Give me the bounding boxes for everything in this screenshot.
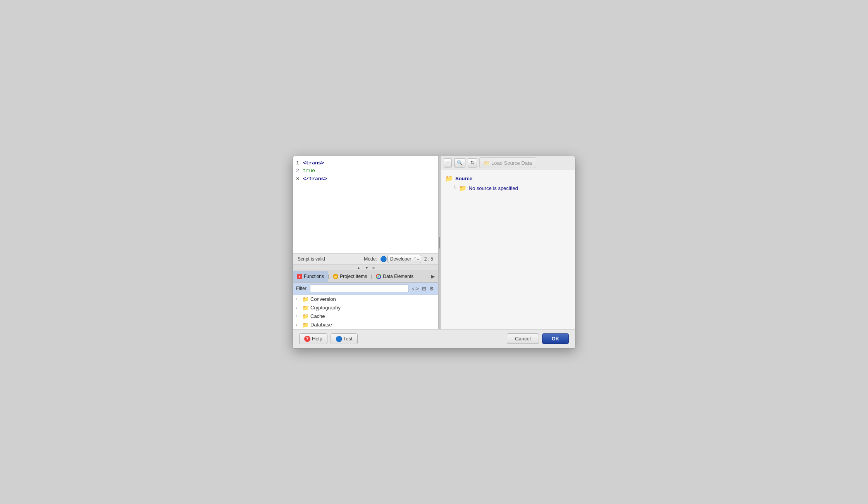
sort-toolbar-button[interactable]: ⇅: [468, 158, 477, 167]
dialog-main: 1 2 3 <trans> true </trans> Script is va…: [293, 156, 575, 329]
source-root-item[interactable]: 📁 Source: [445, 175, 570, 182]
collapse-down-button[interactable]: ▼: [364, 266, 369, 270]
tabs-row: f Functions | 📁 Project Items | 🔄 Data E…: [293, 271, 438, 283]
code-editor[interactable]: 1 2 3 <trans> true </trans>: [293, 156, 438, 253]
line-num-3: 3: [296, 175, 299, 183]
mode-select[interactable]: Developer: [388, 255, 421, 263]
right-panel: − 🔍 ⇅ 📁 Load Source Data 📁 Source └ 📁 No…: [441, 156, 575, 329]
cancel-button[interactable]: Cancel: [507, 333, 539, 344]
code-line-2: true: [303, 167, 438, 175]
filter-label: Filter:: [296, 286, 308, 291]
bottom-section: ▲ ▼ f Functions | 📁 Project Items |: [293, 265, 438, 329]
tab-data-elements-label: Data Elements: [383, 274, 413, 279]
line-numbers: 1 2 3: [296, 159, 303, 250]
list-item[interactable]: › 📁 Database: [293, 321, 438, 329]
data-elements-tab-icon: 🔄: [376, 274, 381, 279]
line-num-2: 2: [296, 167, 299, 175]
left-panel: 1 2 3 <trans> true </trans> Script is va…: [293, 156, 438, 329]
tab-data-elements[interactable]: 🔄 Data Elements: [372, 271, 417, 282]
test-button[interactable]: 🔵 Test: [331, 333, 358, 344]
functions-tab-icon: f: [297, 274, 302, 279]
tree-list[interactable]: › 📁 Conversion › 📁 Cryptography › 📁 Cach…: [293, 295, 438, 329]
divider-row: ▲ ▼: [293, 265, 438, 271]
footer-left: ? Help 🔵 Test: [299, 333, 358, 344]
footer-right: Cancel OK: [507, 333, 569, 344]
tab-functions-label: Functions: [304, 274, 324, 279]
list-item[interactable]: › 📁 Conversion: [293, 295, 438, 304]
load-source-label: Load Source Data: [491, 160, 532, 166]
code-line-3: </trans>: [303, 175, 438, 183]
code-content[interactable]: <trans> true </trans>: [303, 159, 438, 250]
tree-chevron-database: ›: [296, 323, 301, 327]
tab-functions[interactable]: f Functions: [293, 271, 328, 282]
no-source-label: No source is specified: [469, 185, 518, 191]
source-sub-folder-icon: 📁: [459, 185, 467, 192]
filter-row: Filter: <·> ⊞ ⚙: [293, 283, 438, 295]
tree-chevron-cache: ›: [296, 314, 301, 318]
mode-select-wrap[interactable]: 🔵 Developer ⌃⌄: [380, 255, 421, 263]
help-icon: ?: [304, 336, 310, 342]
collapse-up-button[interactable]: ▲: [356, 266, 361, 270]
status-bar: Script is valid Mode: 🔵 Developer ⌃⌄ 2 :…: [293, 253, 438, 265]
line-num-1: 1: [296, 159, 299, 167]
help-label: Help: [312, 336, 322, 342]
tab-more-button[interactable]: ▶: [428, 272, 438, 281]
tree-item-cryptography-label: Cryptography: [310, 305, 341, 311]
right-content: 📁 Source └ 📁 No source is specified: [441, 170, 575, 329]
tree-item-database-label: Database: [310, 322, 332, 328]
tab-project-items-label: Project Items: [340, 274, 367, 279]
tree-chevron-conversion: ›: [296, 297, 301, 301]
filter-code-button[interactable]: <·>: [411, 285, 420, 292]
zoom-toolbar-button[interactable]: 🔍: [454, 158, 465, 167]
source-sub-item: └ 📁 No source is specified: [453, 185, 570, 192]
divider-dot: [372, 267, 375, 269]
mode-icon: 🔵: [380, 256, 387, 262]
mode-label: Mode:: [364, 256, 377, 262]
tree-item-conversion-label: Conversion: [310, 296, 336, 302]
tree-connector-icon: └: [453, 185, 456, 191]
source-root-label: Source: [455, 176, 472, 181]
tab-project-items[interactable]: 📁 Project Items: [329, 271, 371, 282]
dialog-footer: ? Help 🔵 Test Cancel OK: [293, 329, 575, 348]
filter-input[interactable]: [310, 285, 408, 292]
filter-add-button[interactable]: ⊞: [421, 285, 427, 292]
folder-icon-database: 📁: [302, 322, 309, 328]
load-source-folder-icon: 📁: [484, 160, 490, 166]
folder-icon-cache: 📁: [302, 313, 309, 319]
folder-icon-cryptography: 📁: [302, 305, 309, 311]
project-items-tab-icon: 📁: [333, 274, 338, 279]
collapse-toolbar-button[interactable]: −: [444, 158, 452, 167]
filter-settings-button[interactable]: ⚙: [429, 285, 435, 292]
list-item[interactable]: › 📁 Cache: [293, 312, 438, 321]
test-icon: 🔵: [336, 336, 342, 342]
filter-actions: <·> ⊞ ⚙: [411, 285, 435, 292]
script-editor-dialog: 1 2 3 <trans> true </trans> Script is va…: [293, 156, 575, 349]
help-button[interactable]: ? Help: [299, 333, 327, 344]
status-text: Script is valid: [298, 256, 325, 262]
cursor-position: 2 : 5: [424, 256, 433, 262]
ok-button[interactable]: OK: [542, 333, 569, 344]
list-item[interactable]: › 📁 Cryptography: [293, 304, 438, 312]
tree-chevron-cryptography: ›: [296, 306, 301, 310]
splitter-handle: [439, 237, 440, 249]
tree-item-cache-label: Cache: [310, 313, 325, 319]
source-root-folder-icon: 📁: [445, 175, 453, 182]
test-label: Test: [343, 336, 353, 342]
code-line-1: <trans>: [303, 159, 438, 167]
load-source-button[interactable]: 📁 Load Source Data: [479, 157, 536, 168]
right-toolbar: − 🔍 ⇅ 📁 Load Source Data: [441, 156, 575, 170]
mode-area: Mode: 🔵 Developer ⌃⌄ 2 : 5: [364, 255, 433, 263]
folder-icon-conversion: 📁: [302, 296, 309, 302]
